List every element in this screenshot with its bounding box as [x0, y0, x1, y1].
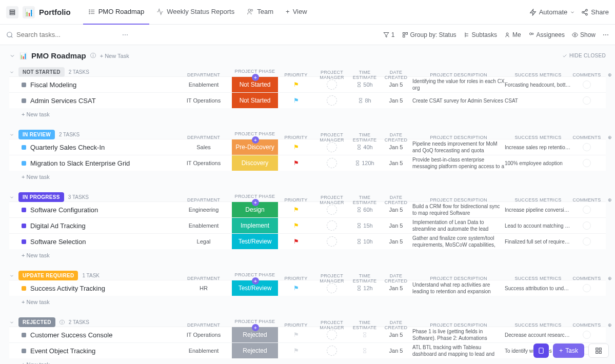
col-header[interactable]: DATE CREATED [380, 70, 412, 80]
collapse-icon[interactable] [9, 132, 14, 137]
comments-cell[interactable] [571, 237, 602, 246]
date-cell[interactable]: Jan 5 [380, 238, 412, 245]
comments-cell[interactable] [571, 221, 602, 230]
phase-cell[interactable]: Discovery [232, 155, 278, 171]
col-header[interactable]: TIME ESTIMATE [350, 195, 380, 205]
priority-cell[interactable]: ⚑ [278, 222, 314, 229]
tab-weekly-status[interactable]: Weekly Status Reports [151, 0, 240, 25]
col-header[interactable]: PRIORITY [278, 197, 314, 203]
filter-chip[interactable]: 1 [383, 31, 395, 38]
plus-icon[interactable]: + [252, 277, 259, 285]
col-header[interactable]: COMMENTS [571, 135, 602, 140]
new-task-button[interactable]: + New task [9, 108, 606, 118]
task-row[interactable]: Event Object Tracking Enablement Rejecte… [9, 342, 606, 358]
more-icon[interactable]: ⋯ [122, 31, 128, 38]
description-cell[interactable]: Provide best-in-class enterprise messagi… [412, 156, 505, 170]
group-by-chip[interactable]: Group by: Status [402, 31, 457, 38]
manager-cell[interactable] [314, 95, 350, 106]
manager-cell[interactable] [314, 346, 350, 356]
status-pill[interactable]: IN PROGRESS [18, 192, 64, 202]
avatar-placeholder[interactable] [327, 95, 337, 106]
col-header[interactable]: PRIORITY [278, 322, 314, 328]
add-col-icon[interactable]: ⊕ [602, 197, 615, 203]
col-header[interactable]: DATE CREATED [380, 320, 412, 330]
col-header[interactable]: TIME ESTIMATE [350, 70, 380, 80]
col-header[interactable]: DEPARTMENT [175, 197, 232, 203]
date-cell[interactable]: Jan 5 [380, 348, 412, 354]
add-col-icon[interactable]: ⊕ [602, 135, 615, 140]
col-header[interactable]: TIME ESTIMATE [350, 320, 380, 330]
col-header[interactable]: DATE CREATED [380, 195, 412, 205]
avatar-placeholder[interactable] [327, 236, 337, 247]
status-pill[interactable]: IN REVIEW [18, 130, 55, 139]
status-dot[interactable] [22, 161, 26, 166]
col-header[interactable]: PRIORITY [278, 135, 314, 140]
priority-cell[interactable]: ⚑ [278, 159, 314, 167]
estimate-cell[interactable]: 10h [350, 238, 380, 245]
avatar-placeholder[interactable] [327, 346, 337, 356]
col-header[interactable]: COMMENTS [571, 322, 602, 328]
col-header[interactable]: PROJECT DESCRIPTION [412, 197, 505, 203]
col-header[interactable]: PROJECT MANAGER [314, 273, 350, 284]
avatar-placeholder[interactable] [327, 220, 337, 231]
col-header[interactable]: PROJECT MANAGER [314, 320, 350, 330]
department-cell[interactable]: Legal [175, 238, 232, 245]
date-cell[interactable]: Jan 5 [380, 97, 412, 104]
hide-closed-button[interactable]: HIDE CLOSED [562, 53, 606, 58]
department-cell[interactable]: Enablement [175, 223, 232, 229]
priority-cell[interactable]: ⚑ [278, 97, 314, 104]
priority-cell[interactable]: ⚑ [278, 238, 314, 245]
plus-icon[interactable]: + [252, 199, 259, 206]
col-header[interactable]: PRIORITY [278, 72, 314, 77]
phase-cell[interactable]: Not Started [232, 93, 278, 108]
manager-cell[interactable] [314, 236, 350, 247]
collapse-icon[interactable] [9, 195, 14, 200]
col-header[interactable]: PROJECT PHASE+ [232, 131, 278, 144]
fab-apps[interactable] [588, 343, 609, 358]
col-header[interactable]: PROJECT DESCRIPTION [412, 276, 505, 281]
col-header[interactable]: PROJECT PHASE+ [232, 319, 278, 331]
comments-cell[interactable] [571, 159, 602, 167]
status-dot[interactable] [22, 239, 26, 244]
priority-cell[interactable]: ⚑ [278, 347, 314, 354]
manager-cell[interactable] [314, 158, 350, 168]
phase-cell[interactable]: Test/Review [232, 234, 278, 249]
add-col-icon[interactable]: ⊕ [602, 276, 615, 281]
col-header[interactable]: DATE CREATED [380, 273, 412, 284]
automate-button[interactable]: Automate [529, 8, 576, 16]
task-row[interactable]: Software Selection Legal Test/Review ⚑ 1… [9, 233, 606, 249]
tab-add-view[interactable]: + View [281, 0, 312, 25]
new-task-button[interactable]: + New task [9, 171, 606, 181]
col-header[interactable]: PROJECT PHASE+ [232, 272, 278, 285]
plus-icon[interactable]: + [252, 74, 259, 81]
description-cell[interactable]: ATL BTL tracking with Tableau dashboard … [412, 344, 505, 357]
share-button[interactable]: Share [581, 8, 609, 16]
col-header[interactable]: PROJECT PHASE+ [232, 194, 278, 206]
col-header[interactable]: DEPARTMENT [175, 276, 232, 281]
col-header[interactable]: DEPARTMENT [175, 72, 232, 77]
assignees-chip[interactable]: Assignees [528, 31, 565, 38]
search-input[interactable] [16, 31, 119, 38]
col-header[interactable]: COMMENTS [571, 72, 602, 77]
department-cell[interactable]: IT Operations [175, 160, 232, 166]
more-icon[interactable]: ⋯ [603, 31, 609, 38]
estimate-cell[interactable]: 15h [350, 223, 380, 229]
layers-icon[interactable] [6, 6, 18, 18]
metrics-cell[interactable]: 100% employee adoption [505, 160, 571, 166]
date-cell[interactable]: Jan 5 [380, 223, 412, 229]
description-cell[interactable]: Implementation of Lean Data to streamlin… [412, 219, 505, 232]
tab-pmo-roadmap[interactable]: PMO Roadmap [83, 0, 150, 25]
comments-cell[interactable] [571, 96, 602, 105]
status-pill[interactable]: UPDATE REQUIRED [18, 271, 78, 280]
status-dot[interactable] [22, 224, 26, 228]
folder-icon[interactable]: 📊 [23, 6, 35, 18]
col-header[interactable]: PRIORITY [278, 276, 314, 281]
manager-cell[interactable] [314, 220, 350, 231]
avatar-placeholder[interactable] [327, 158, 337, 168]
col-header[interactable]: PROJECT MANAGER [314, 132, 350, 143]
new-task-button[interactable]: + New Task [100, 53, 129, 59]
plus-icon[interactable]: + [252, 136, 259, 144]
add-col-icon[interactable]: ⊕ [602, 322, 615, 328]
collapse-icon[interactable] [9, 70, 14, 75]
collapse-icon[interactable] [9, 273, 14, 278]
